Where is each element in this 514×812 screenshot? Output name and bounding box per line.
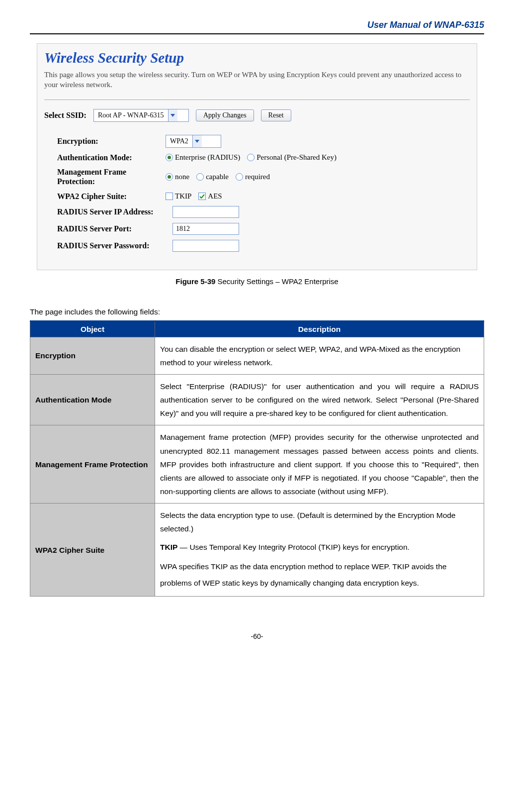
row-cipher: WPA2 Cipher Suite: TKIP AES [57, 192, 470, 201]
lead-text: The page includes the following fields: [30, 307, 484, 316]
reset-button[interactable]: Reset [261, 109, 291, 121]
desc-p2: TKIP — Uses Temporal Key Integrity Proto… [160, 540, 479, 554]
label-radius-ip: RADIUS Server IP Address: [57, 207, 172, 216]
doc-header-title: User Manual of WNAP-6315 [30, 20, 484, 30]
ssid-value: Root AP - WNAP-6315 [94, 111, 168, 119]
desc-cell: Selects the data encryption type to use.… [155, 504, 484, 597]
header-rule [30, 33, 484, 34]
row-radius-port: RADIUS Server Port: 1812 [57, 223, 470, 235]
radio-icon [247, 154, 255, 161]
obj-cell: Authentication Mode [30, 375, 155, 425]
cipher-aes[interactable]: AES [198, 192, 222, 201]
row-auth-mode: Authentication Mode: Enterprise (RADIUS)… [57, 153, 470, 162]
row-radius-pw: RADIUS Server Password: [57, 240, 470, 252]
label-mfp: Management Frame Protection: [57, 167, 166, 186]
radius-port-input[interactable]: 1812 [172, 223, 239, 235]
svg-marker-0 [171, 114, 175, 117]
table-row: WPA2 Cipher Suite Selects the data encry… [30, 504, 484, 597]
cipher-opt1-label: TKIP [175, 192, 191, 201]
auth-mode-opt2-label: Personal (Pre-Shared Key) [257, 153, 337, 162]
chevron-down-icon [192, 135, 202, 147]
radius-ip-input[interactable] [172, 206, 239, 218]
figure-number: Figure 5-39 [175, 277, 215, 286]
panel-title: Wireless Security Setup [44, 47, 470, 70]
auth-mode-enterprise[interactable]: Enterprise (RADIUS) [166, 153, 240, 162]
table-row: Management Frame Protection Management f… [30, 425, 484, 504]
mfp-opt2-label: capable [206, 173, 229, 181]
label-radius-port: RADIUS Server Port: [57, 224, 172, 233]
figure-text: Security Settings – WPA2 Enterprise [215, 277, 338, 286]
auth-mode-personal[interactable]: Personal (Pre-Shared Key) [247, 153, 337, 162]
desc-cell: Select "Enterprise (RADIUS)" for user au… [155, 375, 484, 425]
obj-cell: Encryption [30, 337, 155, 374]
page-number: -60- [30, 632, 484, 640]
mfp-required[interactable]: required [236, 173, 270, 181]
checkbox-icon [198, 193, 206, 200]
row-radius-ip: RADIUS Server IP Address: [57, 206, 470, 218]
label-auth-mode: Authentication Mode: [57, 153, 166, 162]
form-grid: Encryption: WPA2 Authentication Mode: En… [57, 135, 470, 252]
apply-changes-button[interactable]: Apply Changes [196, 109, 254, 121]
radio-icon [166, 154, 173, 161]
desc-cell: Management frame protection (MFP) provid… [155, 425, 484, 504]
mfp-none[interactable]: none [166, 173, 189, 181]
radio-icon [166, 173, 173, 181]
ssid-select[interactable]: Root AP - WNAP-6315 [93, 109, 189, 122]
desc-p1: Selects the data encryption type to use.… [160, 508, 479, 535]
desc-cell: You can disable the encryption or select… [155, 337, 484, 374]
cipher-opt2-label: AES [208, 192, 222, 201]
mfp-opt1-label: none [175, 173, 189, 181]
svg-marker-1 [195, 140, 199, 143]
panel-divider [44, 100, 470, 100]
mfp-opt3-label: required [245, 173, 270, 181]
radius-pw-input[interactable] [172, 240, 239, 252]
obj-cell: Management Frame Protection [30, 425, 155, 504]
table-row: Authentication Mode Select "Enterprise (… [30, 375, 484, 425]
th-object: Object [30, 321, 155, 337]
row-mfp: Management Frame Protection: none capabl… [57, 167, 470, 186]
th-description: Description [155, 321, 484, 337]
label-radius-pw: RADIUS Server Password: [57, 241, 172, 250]
mfp-capable[interactable]: capable [196, 173, 229, 181]
panel-intro: This page allows you setup the wireless … [44, 70, 470, 98]
obj-cell: WPA2 Cipher Suite [30, 504, 155, 597]
encryption-select[interactable]: WPA2 [166, 135, 221, 148]
checkbox-icon [166, 193, 173, 200]
encryption-value: WPA2 [166, 137, 192, 145]
row-encryption: Encryption: WPA2 [57, 135, 470, 148]
radio-icon [196, 173, 204, 181]
radio-icon [236, 173, 243, 181]
figure-caption: Figure 5-39 Security Settings – WPA2 Ent… [30, 277, 484, 286]
desc-p3: WPA specifies TKIP as the data encryptio… [160, 559, 479, 591]
chevron-down-icon [168, 109, 177, 121]
security-setup-panel: Wireless Security Setup This page allows… [37, 43, 477, 270]
label-encryption: Encryption: [57, 136, 166, 146]
auth-mode-opt1-label: Enterprise (RADIUS) [175, 153, 240, 162]
definition-table: Object Description Encryption You can di… [30, 320, 484, 597]
ssid-row: Select SSID: Root AP - WNAP-6315 Apply C… [44, 109, 470, 122]
ssid-label: Select SSID: [44, 111, 86, 120]
label-cipher: WPA2 Cipher Suite: [57, 192, 166, 201]
cipher-tkip[interactable]: TKIP [166, 192, 191, 201]
table-row: Encryption You can disable the encryptio… [30, 337, 484, 374]
